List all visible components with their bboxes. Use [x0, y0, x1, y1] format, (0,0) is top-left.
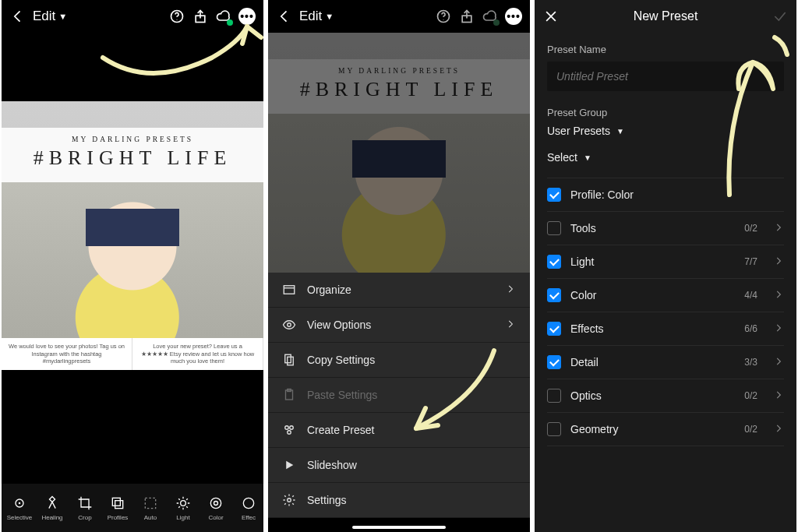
checkbox[interactable] — [547, 422, 561, 436]
footer-right: Love your new preset? Leave us a ★★★★★ E… — [132, 338, 263, 370]
menu-settings[interactable]: Settings — [268, 483, 530, 518]
svg-point-17 — [288, 323, 291, 327]
share-icon[interactable] — [192, 8, 209, 25]
option-count: 3/3 — [744, 357, 757, 368]
option-label: Profile: Color — [570, 188, 784, 201]
preset-option-optics[interactable]: Optics0/2 — [547, 379, 784, 413]
chevron-right-icon — [505, 284, 516, 297]
preset-option-light[interactable]: Light7/7 — [547, 245, 784, 279]
preset-option-tools[interactable]: Tools0/2 — [547, 212, 784, 245]
option-count: 0/2 — [744, 390, 757, 401]
cloud-sync-icon[interactable] — [215, 8, 232, 25]
menu-create-preset[interactable]: Create Preset — [268, 413, 530, 448]
home-indicator[interactable] — [352, 526, 446, 529]
tool-effects[interactable]: Effec — [232, 495, 263, 521]
photo-preview[interactable]: MY DARLING PRESETS #BRIGHT LIFE We would… — [2, 101, 263, 370]
menu-copy-settings[interactable]: Copy Settings — [268, 343, 530, 378]
banner-title: #BRIGHT LIFE — [2, 146, 263, 170]
menu-paste-settings: Paste Settings — [268, 378, 530, 413]
preset-group-label: Preset Group — [547, 107, 784, 118]
photo-preview-dimmed: MY DARLING PRESETS #BRIGHT LIFE — [268, 33, 530, 282]
screen-new-preset: New Preset Preset Name Preset Group User… — [535, 0, 796, 532]
option-label: Tools — [570, 222, 735, 234]
option-count: 0/2 — [744, 424, 757, 435]
svg-rect-7 — [115, 500, 123, 508]
caret-down-icon: ▼ — [584, 153, 591, 162]
chevron-right-icon — [773, 255, 784, 269]
more-menu-sheet: Organize View Options Copy Settings Past… — [268, 273, 530, 518]
checkbox[interactable] — [547, 389, 561, 403]
menu-slideshow[interactable]: Slideshow — [268, 448, 530, 483]
more-menu-button[interactable]: ••• — [505, 8, 522, 25]
option-count: 4/4 — [744, 290, 757, 301]
back-icon[interactable] — [276, 8, 293, 25]
option-label: Detail — [570, 356, 735, 368]
svg-point-10 — [210, 498, 221, 508]
chevron-right-icon — [505, 319, 516, 332]
tool-healing[interactable]: Healing — [36, 495, 69, 521]
checkbox[interactable] — [547, 322, 561, 336]
menu-organize[interactable]: Organize — [268, 273, 530, 308]
edit-label: Edit — [33, 9, 55, 24]
preset-group-dropdown[interactable]: User Presets▼ — [547, 125, 784, 137]
svg-rect-18 — [285, 354, 291, 363]
banner-subtitle: MY DARLING PRESETS — [2, 136, 263, 143]
tool-light[interactable]: Light — [167, 495, 200, 521]
svg-marker-25 — [286, 461, 293, 470]
close-icon[interactable] — [542, 8, 560, 25]
svg-rect-19 — [288, 357, 294, 365]
chevron-right-icon — [773, 356, 784, 369]
preset-option-detail[interactable]: Detail3/3 — [547, 346, 784, 379]
caret-down-icon: ▼ — [58, 12, 67, 21]
preset-options-list: Profile: ColorTools0/2Light7/7Color4/4Ef… — [547, 178, 784, 446]
option-label: Color — [570, 289, 735, 301]
svg-point-24 — [288, 431, 291, 435]
edit-mode-dropdown[interactable]: Edit ▼ — [33, 9, 67, 24]
edit-mode-dropdown[interactable]: Edit▼ — [299, 9, 334, 24]
back-icon[interactable] — [9, 8, 26, 25]
share-icon[interactable] — [458, 8, 475, 25]
svg-point-1 — [177, 19, 178, 20]
confirm-check-icon[interactable] — [772, 8, 789, 25]
checkbox[interactable] — [547, 255, 561, 269]
help-icon[interactable] — [435, 8, 452, 25]
tool-selective[interactable]: Selective — [3, 495, 36, 521]
cloud-sync-icon[interactable] — [482, 8, 499, 25]
chevron-right-icon — [773, 222, 784, 235]
checkbox[interactable] — [547, 355, 561, 369]
option-label: Light — [570, 255, 735, 268]
tool-auto[interactable]: Auto — [134, 495, 167, 521]
caret-down-icon: ▼ — [616, 127, 624, 136]
preset-option-color[interactable]: Color4/4 — [547, 279, 784, 312]
option-count: 0/2 — [744, 223, 757, 234]
option-label: Geometry — [570, 423, 735, 435]
topbar: New Preset — [535, 0, 796, 33]
select-dropdown[interactable]: Select▼ — [547, 151, 784, 164]
checkbox[interactable] — [547, 288, 561, 302]
screen-edit: Edit ▼ ••• MY DARLING PRESETS #BRIGHT LI… — [2, 0, 263, 532]
preset-banner: MY DARLING PRESETS #BRIGHT LIFE — [2, 128, 263, 182]
svg-rect-8 — [145, 498, 155, 508]
svg-point-4 — [19, 502, 21, 504]
tool-color[interactable]: Color — [200, 495, 232, 521]
chevron-right-icon — [773, 389, 784, 403]
preset-option-geometry[interactable]: Geometry0/2 — [547, 413, 784, 446]
preset-option-profile-color[interactable]: Profile: Color — [547, 178, 784, 212]
help-icon[interactable] — [168, 8, 185, 25]
chevron-right-icon — [773, 423, 784, 436]
more-menu-button[interactable]: ••• — [238, 8, 256, 25]
footer-left: We would love to see your photos! Tag us… — [2, 338, 132, 370]
topbar: Edit▼ ••• — [268, 0, 530, 33]
svg-point-11 — [214, 501, 218, 505]
tool-profiles[interactable]: Profiles — [101, 495, 134, 521]
menu-view-options[interactable]: View Options — [268, 308, 530, 343]
tool-crop[interactable]: Crop — [69, 495, 101, 521]
checkbox[interactable] — [547, 188, 561, 202]
svg-rect-6 — [112, 498, 120, 506]
checkbox[interactable] — [547, 221, 561, 235]
svg-point-9 — [181, 500, 186, 506]
chevron-right-icon — [773, 322, 784, 336]
preset-name-input[interactable] — [547, 62, 784, 91]
preset-option-effects[interactable]: Effects6/6 — [547, 312, 784, 346]
svg-point-22 — [285, 426, 289, 430]
